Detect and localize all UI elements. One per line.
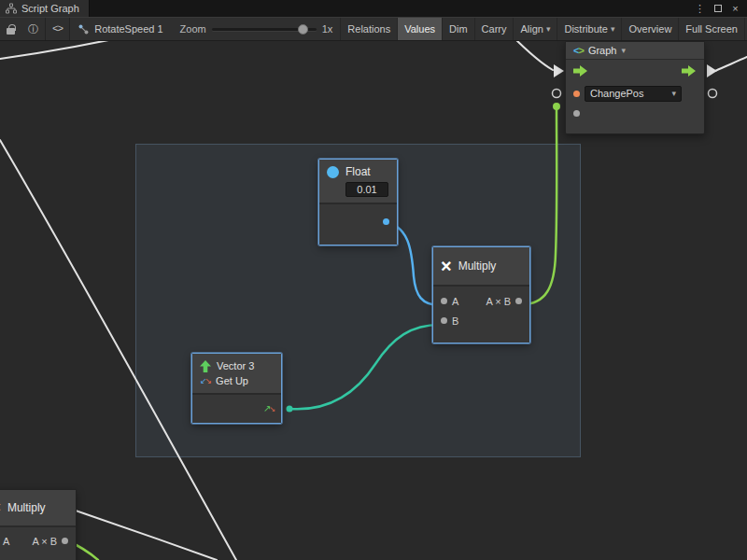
- node-multiply-2[interactable]: × Multiply A A × B: [0, 489, 77, 560]
- node-vector3-get-up[interactable]: Vector 3 ↙↘ Get Up ↗↘: [191, 353, 282, 424]
- toolbar-button-dim[interactable]: Dim: [442, 18, 474, 40]
- changepos-input-port[interactable]: [573, 91, 580, 97]
- flow-in-arrow-icon[interactable]: [573, 65, 588, 77]
- toolbar: ⓘ <> RotateSpeed 1 Zoom 1x Relations Val…: [0, 17, 747, 41]
- toolbar-button-align[interactable]: Align▾: [513, 18, 557, 40]
- up-arrow-icon: [200, 360, 211, 372]
- graph-left-value-port[interactable]: [553, 90, 561, 98]
- graph-asset-icon: [78, 23, 90, 35]
- toolbar-button-values[interactable]: Values: [397, 18, 442, 40]
- multiply2-input-a-label: A: [3, 536, 9, 547]
- multiply-input-b-label: B: [452, 315, 458, 327]
- vector-node-subtitle: Get Up: [216, 375, 248, 386]
- multiply-input-a-port[interactable]: [441, 298, 447, 304]
- code-icon: <>: [52, 23, 63, 35]
- multiply2-output-label: A × B: [32, 536, 57, 547]
- window-tab-script-graph[interactable]: Script Graph: [0, 0, 90, 17]
- wire-white-from-graph-out[interactable]: [715, 57, 747, 71]
- graph-flow-out-arrowhead-icon[interactable]: [707, 64, 717, 77]
- multiply-input-a-label: A: [452, 296, 458, 307]
- toolbar-button-distribute[interactable]: Distribute▾: [557, 18, 621, 40]
- zoom-slider[interactable]: [212, 22, 317, 35]
- chevron-down-icon: ▾: [611, 25, 615, 34]
- multiply-node-title: Multiply: [458, 259, 497, 273]
- float-node-header[interactable]: Float 0.01: [319, 160, 397, 204]
- kebab-menu-icon: ⋮: [695, 3, 705, 15]
- lock-button[interactable]: [0, 18, 21, 40]
- node-multiply[interactable]: × Multiply A A × B B: [432, 246, 530, 343]
- multiply-icon: ×: [441, 257, 452, 275]
- window-title: Script Graph: [21, 3, 79, 14]
- flow-wire-end-dot[interactable]: [553, 103, 560, 110]
- multiply-icon: ×: [0, 499, 1, 516]
- button-label: Carry: [482, 23, 507, 35]
- vector-node-title: Vector 3: [217, 360, 254, 371]
- flow-out-arrow-icon[interactable]: [682, 65, 697, 77]
- node-float[interactable]: Float 0.01: [318, 159, 398, 245]
- toolbar-button-relations[interactable]: Relations: [340, 18, 397, 40]
- float-value-field[interactable]: 0.01: [345, 182, 388, 197]
- multiply2-output-port[interactable]: [62, 538, 68, 544]
- close-icon: ×: [732, 3, 738, 14]
- toolbar-button-carry[interactable]: Carry: [474, 18, 514, 40]
- window-restore-button[interactable]: [710, 0, 726, 17]
- float-node-title: Float: [345, 165, 389, 178]
- breadcrumb[interactable]: RotateSpeed 1: [70, 18, 170, 40]
- titlebar: Script Graph ⋮ ×: [0, 0, 747, 17]
- window-close-button[interactable]: ×: [727, 0, 743, 17]
- wire-white-bottom[interactable]: [73, 510, 217, 560]
- graph-right-value-port[interactable]: [709, 90, 717, 98]
- multiply2-node-title: Multiply: [7, 501, 46, 514]
- multiply-input-b-port[interactable]: [441, 317, 447, 324]
- breadcrumb-label: RotateSpeed 1: [94, 23, 162, 35]
- info-button[interactable]: ⓘ: [21, 18, 45, 40]
- button-label: Dim: [449, 23, 468, 35]
- graph-node-title: Graph: [588, 45, 617, 56]
- zoom-label: Zoom: [171, 18, 212, 40]
- multiply2-node-header[interactable]: × Multiply: [0, 490, 76, 527]
- multiply-output-port[interactable]: [515, 298, 522, 304]
- button-label: Full Screen: [685, 23, 738, 35]
- script-graph-icon: [6, 3, 17, 14]
- code-view-button[interactable]: <>: [46, 18, 69, 40]
- multiply-node-header[interactable]: × Multiply: [433, 247, 529, 287]
- toolbar-button-overview[interactable]: Overview: [621, 18, 678, 40]
- visual-scripting-logo-icon: <>: [573, 45, 584, 56]
- vector3-output-port[interactable]: ↗↘: [263, 404, 274, 414]
- graph-extra-port[interactable]: [573, 110, 580, 117]
- vector-node-header[interactable]: Vector 3 ↙↘ Get Up: [192, 354, 281, 395]
- node-graph[interactable]: <> Graph ▾ ChangePos ▾: [565, 41, 705, 134]
- chevron-down-icon: ▾: [546, 25, 551, 34]
- lock-icon: [7, 28, 15, 35]
- multiply-output-label: A × B: [486, 296, 511, 307]
- float-output-port[interactable]: [383, 218, 389, 225]
- restore-icon: [714, 5, 722, 12]
- changepos-dropdown-value: ChangePos: [590, 88, 644, 99]
- info-icon: ⓘ: [28, 22, 38, 36]
- button-label: Distribute: [564, 23, 607, 35]
- chevron-down-icon: ▾: [621, 47, 626, 55]
- graph-node-header[interactable]: <> Graph ▾: [566, 42, 704, 60]
- zoom-slider-handle[interactable]: [298, 24, 308, 35]
- changepos-dropdown[interactable]: ChangePos ▾: [585, 86, 682, 102]
- graph-flow-in-arrowhead-icon[interactable]: [554, 64, 564, 77]
- button-label: Align: [520, 23, 543, 35]
- button-label: Overview: [628, 23, 671, 35]
- zoom-value: 1x: [317, 18, 341, 40]
- button-label: Values: [404, 23, 435, 35]
- window-menu-button[interactable]: ⋮: [692, 0, 708, 17]
- button-label: Relations: [347, 23, 390, 35]
- vector3-type-icon: ↙↘: [200, 377, 210, 385]
- float-type-icon: [327, 166, 339, 178]
- toolbar-button-full-screen[interactable]: Full Screen: [678, 18, 745, 40]
- chevron-down-icon: ▾: [671, 90, 676, 98]
